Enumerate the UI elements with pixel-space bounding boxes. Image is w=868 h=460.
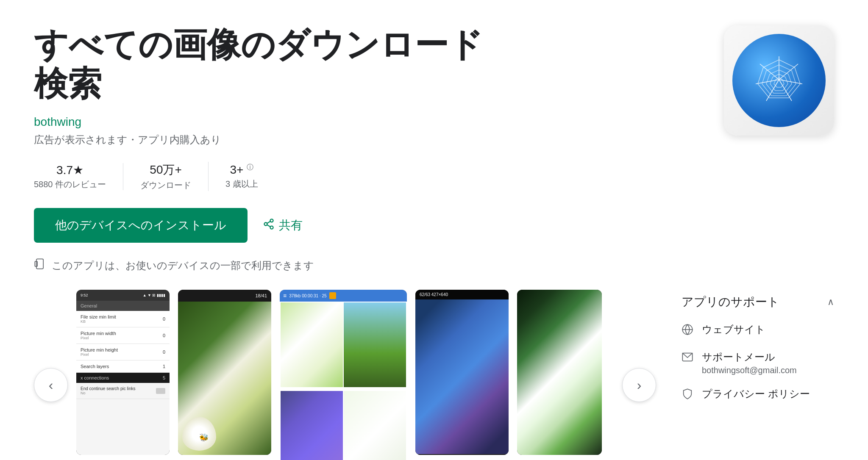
- screenshot-4: 62/63 427×640: [415, 290, 509, 455]
- ss-cell-4: [344, 391, 406, 460]
- device-notice-text: このアプリは、お使いのデバイスの一部で利用できます: [52, 259, 314, 272]
- ss-row-value-1: 0: [163, 316, 165, 321]
- install-row: 他のデバイスへのインストール 共有: [34, 208, 500, 243]
- share-label: 共有: [279, 217, 303, 233]
- rating-block-downloads: 50万+ ダウンロード: [140, 162, 209, 191]
- ss-row-value-4: 1: [163, 364, 165, 369]
- ratings-row: 3.7★ 5880 件のレビュー 50万+ ダウンロード 3+ ⓘ 3 歳以上: [34, 162, 500, 191]
- screenshots-wrapper: ‹ 9:52 ▲ ▼ ⊠ ▮▮▮▮ General: [34, 290, 656, 460]
- ss-row-value-3: 0: [163, 349, 165, 355]
- ss-cell-3: [281, 391, 343, 460]
- device-icon: [34, 258, 46, 273]
- developer-name[interactable]: bothwing: [34, 115, 500, 129]
- svg-line-4: [267, 221, 270, 223]
- ss-row-label-6: End continue search pic links No: [81, 386, 136, 395]
- support-item-email[interactable]: サポートメール bothwingsoft@gmail.com: [682, 350, 834, 375]
- screenshot-2: 18/41 🐝: [178, 290, 271, 455]
- ss-multi-grid: [280, 302, 407, 460]
- app-title: すべての画像のダウンロード検索: [34, 25, 500, 103]
- ss-single-header: 62/63 427×640: [415, 290, 509, 299]
- screenshot-1: 9:52 ▲ ▼ ⊠ ▮▮▮▮ General File size min li…: [76, 290, 170, 455]
- ss-section-label: General: [76, 301, 170, 311]
- ss-cell-1: [281, 302, 343, 387]
- share-button[interactable]: 共有: [263, 217, 303, 233]
- age-info-icon[interactable]: ⓘ: [247, 163, 253, 171]
- ss-row-end: End continue search pic links No: [76, 383, 170, 399]
- rating-block-age: 3+ ⓘ 3 歳以上: [225, 163, 275, 190]
- chevron-left-icon: ‹: [49, 377, 53, 393]
- ss-row-width: Picture min width Pixel 0: [76, 327, 170, 344]
- age-label: 3 歳以上: [225, 178, 258, 190]
- ss-row-label-3: Picture min height Pixel: [81, 347, 118, 357]
- support-item-website[interactable]: ウェブサイト: [682, 323, 834, 338]
- ss-multi-info: 378kb 00:00:31 · 25: [289, 294, 326, 298]
- ss-bee: 🐝: [199, 433, 209, 442]
- app-icon-inner: [732, 34, 826, 127]
- ss-row-search: Search layers 1: [76, 360, 170, 373]
- ss-white-flower-img: [344, 391, 406, 460]
- rating-review-count: 5880 件のレビュー: [34, 179, 106, 190]
- support-privacy-content: プライバシー ポリシー: [702, 387, 810, 401]
- main-container: すべての画像のダウンロード検索 bothwing 広告が表示されます・アプリ内購…: [0, 0, 868, 460]
- support-email-content: サポートメール bothwingsoft@gmail.com: [702, 350, 797, 375]
- support-item-privacy[interactable]: プライバシー ポリシー: [682, 387, 834, 403]
- share-icon: [263, 218, 275, 233]
- install-button[interactable]: 他のデバイスへのインストール: [34, 208, 248, 243]
- ss-row-label-2: Picture min width Pixel: [81, 331, 116, 340]
- support-title: アプリのサポート: [682, 294, 779, 310]
- ss-row-filesize: File size min limit KB 0: [76, 311, 170, 327]
- ss-icons: ▲ ▼ ⊠ ▮▮▮▮: [143, 293, 165, 297]
- ss-row-label-1: File size min limit KB: [81, 314, 116, 324]
- ss-multi-header: ≡ 378kb 00:00:31 · 25: [280, 290, 407, 302]
- ss-row-label-4: Search layers: [81, 364, 109, 369]
- support-website-label: ウェブサイト: [702, 323, 765, 336]
- support-chevron[interactable]: ∧: [827, 297, 834, 308]
- ss-single-img: [415, 299, 509, 454]
- ss-time: 9:52: [81, 293, 88, 297]
- ss-multi-content: ≡ 378kb 00:00:31 · 25: [280, 290, 407, 460]
- age-value: 3+ ⓘ: [225, 163, 258, 177]
- ss-status-bar: 9:52 ▲ ▼ ⊠ ▮▮▮▮: [81, 293, 165, 297]
- screenshots-scroll: 9:52 ▲ ▼ ⊠ ▮▮▮▮ General File size min li…: [76, 290, 614, 460]
- screenshots-prev-button[interactable]: ‹: [34, 368, 68, 402]
- screenshot-5: [517, 290, 602, 455]
- ss-flowers-content: [517, 290, 602, 455]
- ss-gallery-header: 18/41: [178, 290, 271, 302]
- ss-hydrangea-img: [281, 391, 343, 460]
- ss-flowers-bg: [517, 290, 602, 455]
- chevron-right-icon: ›: [637, 377, 642, 393]
- screenshots-next-button[interactable]: ›: [622, 368, 656, 402]
- support-website-content: ウェブサイト: [702, 323, 765, 336]
- ss-menu-icon: ≡: [283, 292, 287, 299]
- app-icon: [724, 25, 834, 136]
- rating-value: 3.7★: [34, 163, 106, 177]
- ss-tree-img: [344, 302, 406, 387]
- ss-flower-img-1: [281, 302, 343, 387]
- globe-icon: [682, 324, 693, 338]
- support-email-label: サポートメール: [702, 350, 797, 364]
- mail-icon: [682, 351, 693, 366]
- ss-gallery-main: 🐝: [178, 302, 271, 455]
- ss-row-connections: x connections 5: [76, 373, 170, 383]
- bottom-section: ‹ 9:52 ▲ ▼ ⊠ ▮▮▮▮ General: [34, 290, 834, 460]
- ss-settings-content: 9:52 ▲ ▼ ⊠ ▮▮▮▮ General File size min li…: [76, 290, 170, 455]
- ss-single-content: 62/63 427×640: [415, 290, 509, 455]
- ss-indicator: [329, 292, 336, 299]
- ss-row-height: Picture min height Pixel 0: [76, 344, 170, 360]
- spider-web-icon: [751, 52, 807, 109]
- rating-block-stars: 3.7★ 5880 件のレビュー: [34, 163, 123, 190]
- downloads-value: 50万+: [140, 162, 191, 178]
- support-header: アプリのサポート ∧: [682, 294, 834, 310]
- ad-notice: 広告が表示されます・アプリ内購入あり: [34, 133, 500, 147]
- screenshots-area: ‹ 9:52 ▲ ▼ ⊠ ▮▮▮▮ General: [34, 290, 656, 460]
- support-section: アプリのサポート ∧ ウェブサイト: [656, 290, 834, 460]
- ss-header: 9:52 ▲ ▼ ⊠ ▮▮▮▮: [76, 290, 170, 301]
- ss-row-value-2: 0: [163, 333, 165, 338]
- ss-checkbox: [156, 388, 165, 394]
- screenshot-3: ≡ 378kb 00:00:31 · 25: [280, 290, 407, 460]
- top-section: すべての画像のダウンロード検索 bothwing 広告が表示されます・アプリ内購…: [34, 25, 834, 273]
- ss-cell-2: [344, 302, 406, 387]
- shield-icon: [682, 388, 693, 403]
- device-notice: このアプリは、お使いのデバイスの一部で利用できます: [34, 258, 500, 273]
- downloads-label: ダウンロード: [140, 180, 191, 191]
